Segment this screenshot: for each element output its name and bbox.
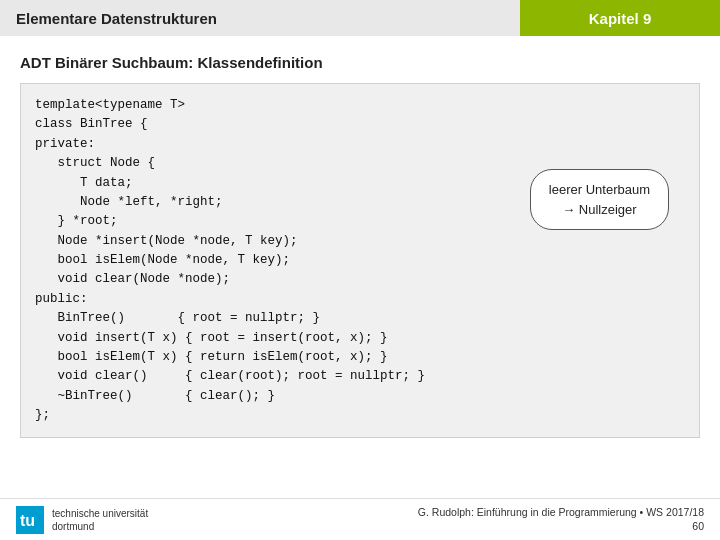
code-box: template<typename T>class BinTree {priva… (20, 83, 700, 438)
code-lines-container: template<typename T>class BinTree {priva… (35, 96, 685, 425)
code-line-15: ~BinTree() { clear(); } (35, 387, 685, 406)
tooltip-line2: → Nullzeiger (562, 202, 636, 217)
header: Elementare Datenstrukturen Kapitel 9 (0, 0, 720, 36)
title-text: Elementare Datenstrukturen (16, 10, 217, 27)
code-line-11: BinTree() { root = nullptr; } (35, 309, 685, 328)
main-content: ADT Binärer Suchbaum: Klassendefinition … (0, 36, 720, 448)
code-line-0: template<typename T> (35, 96, 685, 115)
code-line-14: void clear() { clear(root); root = nullp… (35, 367, 685, 386)
svg-text:tu: tu (20, 512, 35, 529)
tooltip-bubble: leerer Unterbaum → Nullzeiger (530, 169, 669, 230)
footer-left: tu technische universität dortmund (16, 506, 148, 534)
footer-right: G. Rudolph: Einführung in die Programmie… (418, 505, 704, 534)
kapitel-text: Kapitel 9 (589, 10, 652, 27)
code-line-1: class BinTree { (35, 115, 685, 134)
footer-credit: G. Rudolph: Einführung in die Programmie… (418, 505, 704, 520)
code-line-12: void insert(T x) { root = insert(root, x… (35, 329, 685, 348)
footer-page: 60 (418, 519, 704, 534)
tud-logo: tu technische universität dortmund (16, 506, 148, 534)
code-line-10: public: (35, 290, 685, 309)
footer: tu technische universität dortmund G. Ru… (0, 498, 720, 540)
code-line-8: bool isElem(Node *node, T key); (35, 251, 685, 270)
header-title: Elementare Datenstrukturen (0, 0, 520, 36)
tud-logo-text: technische universität dortmund (52, 507, 148, 533)
code-line-2: private: (35, 135, 685, 154)
code-line-13: bool isElem(T x) { return isElem(root, x… (35, 348, 685, 367)
tooltip-line1: leerer Unterbaum (549, 182, 650, 197)
logo-city: dortmund (52, 520, 148, 533)
code-line-7: Node *insert(Node *node, T key); (35, 232, 685, 251)
logo-name: technische universität (52, 507, 148, 520)
header-kapitel: Kapitel 9 (520, 0, 720, 36)
code-line-9: void clear(Node *node); (35, 270, 685, 289)
code-line-16: }; (35, 406, 685, 425)
tud-logo-icon: tu (16, 506, 44, 534)
section-title: ADT Binärer Suchbaum: Klassendefinition (20, 54, 700, 71)
